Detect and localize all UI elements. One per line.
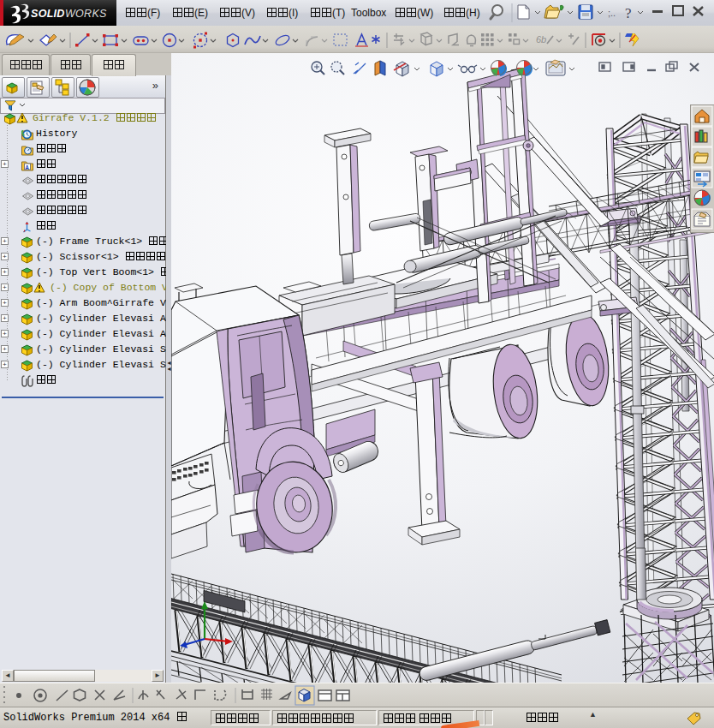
svg-text:6b: 6b [536,34,546,45]
svg-text:?: ? [625,5,632,21]
svg-text:WORKS: WORKS [65,8,107,20]
svg-text:;..: ;.. [608,8,616,18]
svg-text:SOLID: SOLID [31,8,65,20]
